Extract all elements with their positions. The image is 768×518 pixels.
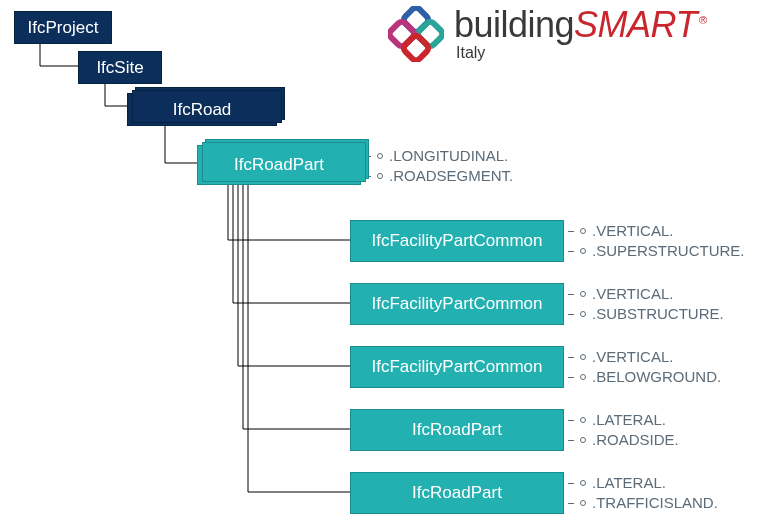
node-child-3: IfcRoadPart (350, 409, 564, 451)
logo-wordmark: buildingSMART® (454, 7, 707, 43)
node-ifc-road: IfcRoad (127, 93, 277, 126)
annotation-child-2: .VERTICAL. .BELOWGROUND. (568, 347, 721, 387)
logo-subtitle: Italy (456, 45, 707, 61)
svg-rect-0 (402, 6, 430, 34)
node-ifc-project: IfcProject (14, 11, 112, 44)
node-child-2: IfcFacilityPartCommon (350, 346, 564, 388)
svg-rect-1 (416, 20, 444, 48)
node-ifc-site: IfcSite (78, 51, 162, 84)
logo-knot-icon (388, 6, 444, 62)
node-child-1: IfcFacilityPartCommon (350, 283, 564, 325)
svg-rect-2 (388, 20, 416, 48)
node-child-0: IfcFacilityPartCommon (350, 220, 564, 262)
annotation-child-0: .VERTICAL. .SUPERSTRUCTURE. (568, 221, 745, 261)
svg-rect-3 (402, 34, 430, 62)
annotation-child-1: .VERTICAL. .SUBSTRUCTURE. (568, 284, 724, 324)
brand-logo: buildingSMART® Italy (388, 6, 707, 62)
annotation-child-3: .LATERAL. .ROADSIDE. (568, 410, 679, 450)
node-ifc-roadpart-main: IfcRoadPart (197, 145, 361, 185)
annotation-child-4: .LATERAL. .TRAFFICISLAND. (568, 473, 718, 513)
annotation-roadpart-main: .LONGITUDINAL. .ROADSEGMENT. (365, 146, 513, 186)
node-child-4: IfcRoadPart (350, 472, 564, 514)
